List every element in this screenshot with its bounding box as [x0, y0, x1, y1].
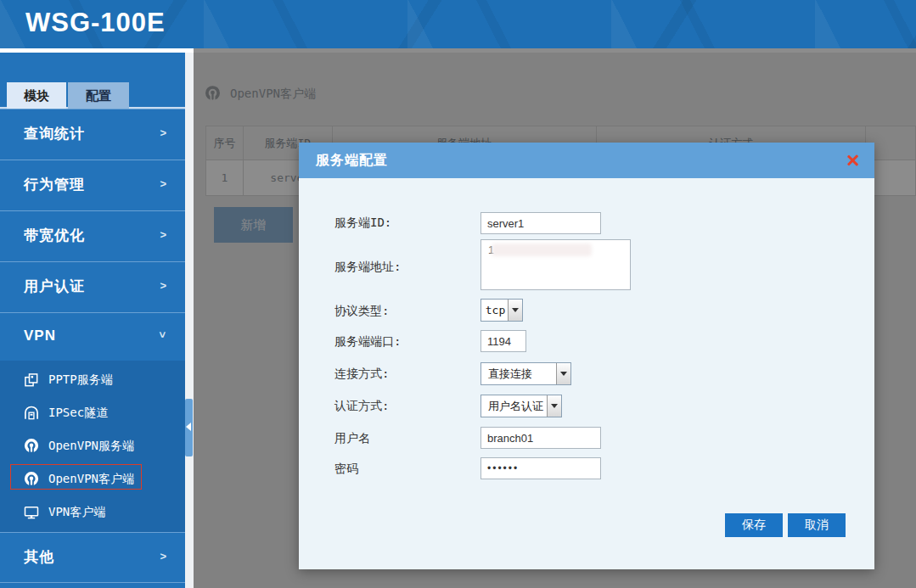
connection-mode-select[interactable]: 直接连接 [480, 362, 571, 385]
submenu-item-label: VPN客户端 [48, 496, 105, 529]
app-header: WSG-100E [0, 0, 916, 48]
server-port-field[interactable] [480, 330, 526, 352]
server-address-field[interactable]: 1 [480, 239, 631, 290]
server-address-label: 服务端地址: [334, 260, 401, 275]
submenu-item-label: PPTP服务端 [48, 363, 113, 396]
dialog-header: 服务端配置 [299, 143, 874, 178]
app-window: WSG-100E 模块 配置 查询统计 行为管理 带宽优化 用户认证 VPN [0, 0, 916, 588]
pptp-server-icon [23, 372, 40, 389]
sidebar-gap [185, 53, 194, 588]
openvpn-icon [23, 471, 40, 488]
submenu-item-label: OpenVPN客户端 [48, 462, 134, 496]
brand-title: WSG-100E [25, 8, 166, 38]
submenu-item-label: IPSec隧道 [48, 396, 108, 429]
username-field[interactable] [480, 427, 601, 449]
dialog-title: 服务端配置 [316, 152, 388, 170]
dropdown-arrow-icon[interactable] [508, 300, 522, 321]
chevron-down-icon [157, 332, 170, 339]
sidebar-tabs: 模块 配置 [0, 53, 185, 109]
server-id-label: 服务端ID: [334, 216, 391, 231]
sidebar-item-behavior-mgmt[interactable]: 行为管理 [0, 160, 185, 210]
sidebar-item-other[interactable]: 其他 [0, 532, 185, 583]
close-icon[interactable] [846, 154, 859, 167]
dropdown-arrow-icon[interactable] [547, 395, 561, 417]
chevron-right-icon [160, 550, 166, 563]
selected-value: 用户名认证 [481, 395, 547, 417]
username-label: 用户名 [334, 431, 370, 446]
cancel-button[interactable]: 取消 [788, 513, 846, 537]
server-port-label: 服务端端口: [334, 334, 401, 350]
chevron-right-icon [160, 126, 166, 139]
chevron-right-icon [160, 279, 166, 292]
save-button[interactable]: 保存 [725, 513, 783, 537]
submenu-item-label: OpenVPN服务端 [48, 429, 134, 462]
protocol-type-select[interactable]: tcp [480, 299, 523, 322]
sidebar-item-user-auth[interactable]: 用户认证 [0, 261, 185, 312]
openvpn-icon [23, 438, 40, 455]
server-id-field[interactable] [480, 212, 601, 234]
auth-mode-label: 认证方式: [334, 399, 389, 414]
ipsec-tunnel-icon [23, 405, 40, 422]
selected-value: tcp [481, 300, 508, 321]
tab-modules[interactable]: 模块 [7, 82, 66, 109]
sidebar-item-bandwidth-opt[interactable]: 带宽优化 [0, 210, 185, 261]
password-label: 密码 [334, 462, 358, 477]
server-config-dialog: 服务端配置 服务端ID: 服务端地址: 1 协议类型: tcp 服务端端口: 连… [299, 143, 874, 569]
submenu-item-openvpn-server[interactable]: OpenVPN服务端 [0, 429, 185, 462]
redaction-blur [492, 244, 592, 256]
selected-value: 直接连接 [481, 363, 556, 384]
vpn-submenu: PPTP服务端 IPSec隧道 [0, 361, 185, 532]
protocol-type-label: 协议类型: [334, 304, 389, 319]
submenu-item-ipsec-tunnel[interactable]: IPSec隧道 [0, 396, 185, 429]
submenu-item-vpn-client[interactable]: VPN客户端 [0, 496, 185, 529]
chevron-right-icon [160, 228, 166, 241]
monitor-icon [23, 504, 40, 521]
sidebar-item-vpn[interactable]: VPN [0, 312, 185, 361]
tab-config[interactable]: 配置 [68, 82, 129, 109]
connection-mode-label: 连接方式: [334, 367, 389, 382]
password-field[interactable] [480, 457, 601, 479]
sidebar: 模块 配置 查询统计 行为管理 带宽优化 用户认证 VPN [0, 53, 185, 588]
sidebar-collapse-handle[interactable] [185, 399, 193, 456]
auth-mode-select[interactable]: 用户名认证 [480, 395, 562, 417]
submenu-item-pptp-server[interactable]: PPTP服务端 [0, 363, 185, 396]
chevron-right-icon [160, 177, 166, 190]
sidebar-item-query-stats[interactable]: 查询统计 [0, 109, 185, 160]
submenu-item-openvpn-client[interactable]: OpenVPN客户端 [0, 462, 185, 496]
dropdown-arrow-icon[interactable] [556, 363, 570, 384]
